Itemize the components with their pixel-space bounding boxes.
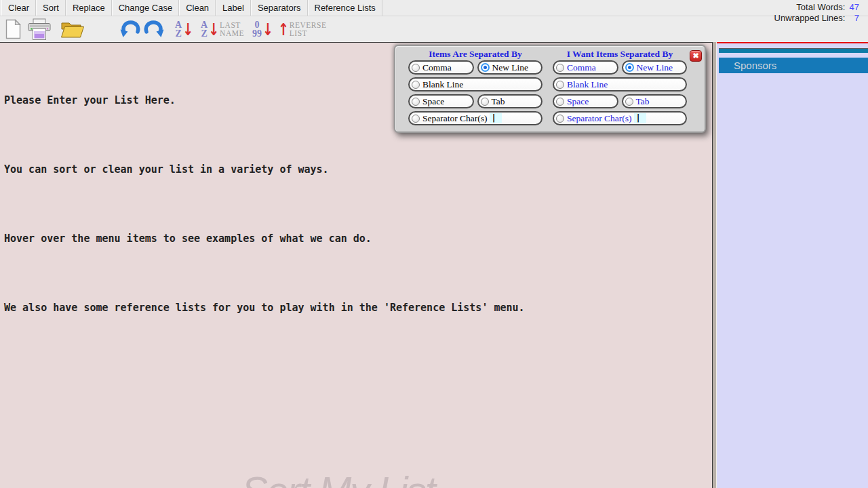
sort-down-arrow-icon: ↓: [208, 21, 219, 38]
radio-off-icon: [412, 115, 420, 123]
open-folder-icon: [60, 20, 85, 39]
output-sep-space-radio[interactable]: Space: [553, 94, 618, 108]
menu-item-label[interactable]: Label: [216, 0, 251, 16]
input-sep-char-radio[interactable]: Separator Char(s) |: [408, 111, 542, 125]
sort-down-arrow-icon: ↓: [262, 21, 273, 38]
output-sep-blankline-radio[interactable]: Blank Line: [553, 77, 687, 92]
radio-off-icon: [556, 81, 564, 89]
sort-az-letters: AZ: [175, 20, 182, 38]
radio-off-icon: [556, 115, 564, 123]
input-sep-space-radio[interactable]: Space: [408, 94, 474, 108]
redo-icon: [144, 20, 164, 39]
menu-item-change-case[interactable]: Change Case: [112, 0, 180, 16]
output-sep-char-field[interactable]: |: [634, 113, 646, 123]
open-file-button[interactable]: [60, 20, 85, 39]
input-sep-newline-radio[interactable]: New Line: [477, 60, 543, 75]
output-sep-char-radio[interactable]: Separator Char(s) |: [553, 111, 687, 125]
sort-az-letters: AZ: [201, 20, 208, 38]
sponsors-sidebar: Sponsors: [717, 42, 868, 488]
undo-icon: [120, 20, 140, 39]
menu-item-separators[interactable]: Separators: [251, 0, 308, 16]
input-separator-group: Items Are Separated By Comma New Line: [408, 47, 542, 125]
close-icon: ✖: [692, 52, 698, 60]
radio-off-icon: [412, 64, 420, 72]
undo-button[interactable]: [120, 20, 140, 39]
reverse-up-arrow-icon: ↑: [278, 21, 289, 38]
radio-off-icon: [412, 81, 420, 89]
sidebar-top-strip: [719, 48, 868, 53]
radio-off-icon: [481, 98, 489, 106]
radio-off-icon: [556, 64, 564, 72]
input-sep-comma-radio[interactable]: Comma: [408, 60, 474, 75]
input-sep-blankline-radio[interactable]: Blank Line: [408, 77, 542, 92]
sort-az-button[interactable]: AZ ↓: [175, 20, 194, 38]
input-separator-title: Items Are Separated By: [408, 47, 542, 60]
sponsors-header: Sponsors: [719, 58, 868, 73]
editor-line: We also have some reference lists for yo…: [4, 296, 712, 319]
reverse-list-label: REVERSELIST: [290, 21, 327, 37]
total-words-value: 47: [848, 2, 859, 13]
radio-on-icon: [481, 63, 490, 72]
redo-button[interactable]: [144, 20, 164, 39]
output-separator-group: I Want Items Separated By Comma New Line: [553, 47, 687, 125]
last-name-label: LASTNAME: [220, 21, 244, 37]
output-sep-newline-radio[interactable]: New Line: [622, 60, 688, 75]
new-file-icon: [5, 19, 21, 39]
print-button[interactable]: [27, 18, 52, 41]
total-words-line: Total Words: 47: [774, 2, 859, 13]
menu-item-reference-lists[interactable]: Reference Lists: [308, 0, 382, 16]
reverse-list-button[interactable]: ↑ REVERSELIST: [277, 21, 327, 37]
menu-item-replace[interactable]: Replace: [66, 0, 112, 16]
total-words-label: Total Words:: [796, 2, 845, 12]
radio-on-icon: [625, 63, 634, 72]
output-sep-comma-radio[interactable]: Comma: [553, 60, 618, 75]
sort-down-arrow-icon: ↓: [182, 21, 193, 38]
output-separator-title: I Want Items Separated By: [553, 47, 687, 60]
new-file-button[interactable]: [5, 19, 21, 39]
status-area: Total Words: 47 Unwrapped Lines: 7: [774, 2, 859, 24]
menu-item-clean[interactable]: Clean: [179, 0, 216, 16]
output-sep-tab-radio[interactable]: Tab: [622, 94, 688, 108]
editor-line: Hover over the menu items to see example…: [4, 227, 712, 250]
separator-options-panel: ✖ Items Are Separated By Comma New Line: [394, 45, 706, 133]
printer-icon: [27, 18, 52, 41]
close-panel-button[interactable]: ✖: [690, 50, 702, 62]
radio-off-icon: [412, 98, 420, 106]
unwrapped-lines-value: 7: [848, 13, 859, 24]
toolbar: AZ ↓ AZ ↓ LASTNAME 099 ↓ ↑ REVERSELIST: [0, 16, 868, 42]
unwrapped-lines-label: Unwrapped Lines:: [774, 13, 846, 23]
app-watermark: Sort My List: [241, 467, 435, 488]
sort-numeric-button[interactable]: 099 ↓: [252, 20, 274, 38]
editor-line: You can sort or clean your list in a var…: [4, 158, 712, 181]
radio-off-icon: [556, 98, 564, 106]
radio-off-icon: [625, 98, 633, 106]
sort-numeric-digits: 099: [252, 20, 262, 38]
menu-bar: Clear Sort Replace Change Case Clean Lab…: [0, 0, 868, 16]
menu-item-clear[interactable]: Clear: [1, 0, 36, 16]
sort-last-name-button[interactable]: AZ ↓ LASTNAME: [201, 20, 244, 38]
input-sep-tab-radio[interactable]: Tab: [477, 94, 543, 108]
input-sep-char-field[interactable]: |: [490, 113, 502, 123]
menu-item-sort[interactable]: Sort: [36, 0, 66, 16]
unwrapped-lines-line: Unwrapped Lines: 7: [774, 13, 859, 24]
